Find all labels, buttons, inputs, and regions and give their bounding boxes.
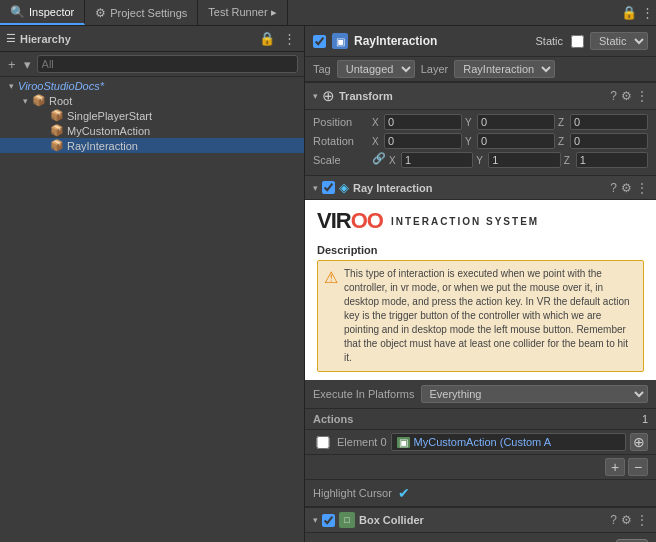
description-text: This type of interaction is executed whe…	[344, 267, 637, 365]
tab-project-settings[interactable]: ⚙ Project Settings	[85, 0, 198, 25]
scale-xyz: 🔗 X Y Z	[372, 152, 648, 168]
rayinteraction-icon: 📦	[50, 139, 64, 152]
position-xyz: X Y Z	[372, 114, 648, 130]
transform-help-button[interactable]: ?	[610, 89, 617, 103]
highlight-cursor-row: Highlight Cursor ✔	[305, 480, 656, 507]
hierarchy-lock-button[interactable]: 🔒	[257, 31, 277, 46]
ray-interaction-help-button[interactable]: ?	[610, 181, 617, 195]
position-y-input[interactable]	[477, 114, 555, 130]
scale-y-input[interactable]	[488, 152, 560, 168]
position-x-letter: X	[372, 117, 382, 128]
tab-inspector[interactable]: 🔍 Inspector	[0, 0, 85, 25]
tree-view: ▾ VirooStudioDocs* ▾ 📦 Root 📦 SinglePlay…	[0, 77, 304, 542]
transform-fields: Position X Y Z	[305, 110, 656, 175]
box-collider-header[interactable]: ▾ □ Box Collider ? ⚙ ⋮	[305, 507, 656, 533]
element-row: Element 0 ▣ MyCustomAction (Custom A ⊕	[305, 430, 656, 455]
tab-test-runner[interactable]: Test Runner ▸	[198, 0, 287, 25]
tree-item-root[interactable]: ▾ 📦 Root	[0, 93, 304, 108]
tab-bar-more-button[interactable]: ⋮	[639, 5, 656, 20]
rotation-z-input[interactable]	[570, 133, 648, 149]
rotation-label: Rotation	[313, 135, 368, 147]
transform-more-button[interactable]: ⋮	[636, 89, 648, 103]
object-enabled-checkbox[interactable]	[313, 35, 326, 48]
add-item-button[interactable]: +	[6, 57, 18, 72]
actions-title: Actions	[313, 413, 642, 425]
tab-test-runner-label: Test Runner ▸	[208, 6, 276, 19]
layer-label: Layer	[421, 63, 449, 75]
layer-select[interactable]: RayInteraction	[454, 60, 555, 78]
scale-y-letter: Y	[476, 155, 486, 166]
add-element-button[interactable]: +	[605, 458, 625, 476]
position-z-input[interactable]	[570, 114, 648, 130]
scale-x-letter: X	[389, 155, 399, 166]
link-icon: 🔗	[372, 152, 386, 168]
rotation-y-letter: Y	[465, 136, 475, 147]
ray-interaction-title: Ray Interaction	[353, 182, 606, 194]
ray-interaction-settings-button[interactable]: ⚙	[621, 181, 632, 195]
tag-select[interactable]: Untagged	[337, 60, 415, 78]
main-layout: ☰ Hierarchy 🔒 ⋮ + ▾ ▾ VirooStudioDocs* ▾…	[0, 26, 656, 542]
static-checkbox[interactable]	[571, 35, 584, 48]
root-gameobj-icon: 📦	[32, 94, 46, 107]
box-collider-help-button[interactable]: ?	[610, 513, 617, 527]
hierarchy-panel: ☰ Hierarchy 🔒 ⋮ + ▾ ▾ VirooStudioDocs* ▾…	[0, 26, 305, 542]
platform-select[interactable]: Everything	[421, 385, 649, 403]
scale-x-field: X	[389, 152, 473, 168]
transform-settings-button[interactable]: ⚙	[621, 89, 632, 103]
element-checkbox[interactable]	[313, 436, 333, 449]
object-name: RayInteraction	[354, 34, 529, 48]
tab-bar: 🔍 Inspector ⚙ Project Settings Test Runn…	[0, 0, 656, 26]
description-box: ⚠ This type of interaction is executed w…	[317, 260, 644, 372]
object-header: ▣ RayInteraction Static Static	[305, 26, 656, 57]
tree-item-mycustomaction[interactable]: 📦 MyCustomAction	[0, 123, 304, 138]
rotation-y-input[interactable]	[477, 133, 555, 149]
tree-item-viroostudio[interactable]: ▾ VirooStudioDocs*	[0, 79, 304, 93]
hierarchy-more-button[interactable]: ⋮	[281, 31, 298, 46]
viroo-banner: VIROO INTERACTION SYSTEM	[305, 200, 656, 238]
rotation-x-field: X	[372, 133, 462, 149]
hierarchy-search-input[interactable]	[37, 55, 298, 73]
object-icon: ▣	[332, 33, 348, 49]
platform-row: Execute In Platforms Everything	[305, 380, 656, 409]
element-label: Element 0	[337, 436, 387, 448]
tree-label-viroostudio: VirooStudioDocs*	[18, 80, 104, 92]
box-collider-enabled-checkbox[interactable]	[322, 514, 335, 527]
scale-z-input[interactable]	[576, 152, 648, 168]
ray-interaction-more-button[interactable]: ⋮	[636, 181, 648, 195]
transform-arrow: ▾	[313, 91, 318, 101]
rotation-xyz: X Y Z	[372, 133, 648, 149]
scale-x-input[interactable]	[401, 152, 473, 168]
box-collider-settings-button[interactable]: ⚙	[621, 513, 632, 527]
box-collider-title: Box Collider	[359, 514, 606, 526]
tree-label-singleplayerstart: SinglePlayerStart	[67, 110, 152, 122]
hierarchy-dropdown-button[interactable]: ▾	[22, 57, 33, 72]
element-value[interactable]: ▣ MyCustomAction (Custom A	[391, 433, 626, 451]
box-collider-more-button[interactable]: ⋮	[636, 513, 648, 527]
tab-project-settings-label: Project Settings	[110, 7, 187, 19]
rotation-z-field: Z	[558, 133, 648, 149]
remove-element-button[interactable]: −	[628, 458, 648, 476]
ray-interaction-section-header[interactable]: ▾ ◈ Ray Interaction ? ⚙ ⋮	[305, 175, 656, 200]
tree-item-singleplayerstart[interactable]: 📦 SinglePlayerStart	[0, 108, 304, 123]
tab-bar-lock-button[interactable]: 🔒	[619, 5, 639, 20]
position-y-letter: Y	[465, 117, 475, 128]
tree-arrow-mycustomaction	[36, 126, 50, 136]
scale-row: Scale 🔗 X Y Z	[313, 152, 648, 168]
rotation-x-input[interactable]	[384, 133, 462, 149]
ray-interaction-enabled-checkbox[interactable]	[322, 181, 335, 194]
description-title: Description	[317, 244, 644, 256]
element-add-button[interactable]: ⊕	[630, 433, 648, 451]
scale-label: Scale	[313, 154, 368, 166]
tree-item-rayinteraction[interactable]: 📦 RayInteraction	[0, 138, 304, 153]
hierarchy-title: Hierarchy	[20, 33, 253, 45]
gear-icon: ⚙	[95, 6, 106, 20]
tree-label-root: Root	[49, 95, 72, 107]
box-collider-arrow: ▾	[313, 515, 318, 525]
static-dropdown[interactable]: Static	[590, 32, 648, 50]
transform-section-header[interactable]: ▾ ⊕ Transform ? ⚙ ⋮	[305, 82, 656, 110]
ray-interaction-arrow: ▾	[313, 183, 318, 193]
inspector-content: ▣ RayInteraction Static Static Tag Untag…	[305, 26, 656, 542]
transform-icon: ⊕	[322, 87, 335, 105]
viroo-logo: VIROO	[317, 208, 383, 234]
position-x-input[interactable]	[384, 114, 462, 130]
